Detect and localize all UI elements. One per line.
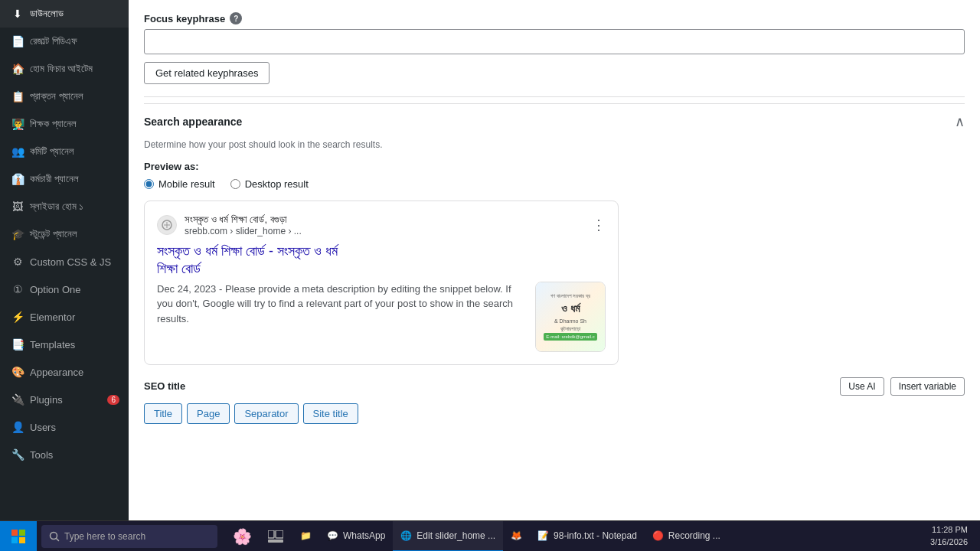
option-icon: ① [11, 283, 24, 295]
desktop-result-option[interactable]: Desktop result [230, 178, 309, 190]
focus-keyphrase-label: Focus keyphrase ? [144, 12, 965, 24]
taskbar-search[interactable]: Type here to search [41, 525, 217, 548]
committee-icon: 👥 [11, 145, 24, 158]
serp-date: Dec 24, 2023 [157, 283, 216, 295]
focus-keyphrase-input[interactable] [144, 29, 965, 54]
main-content: Focus keyphrase ? Get related keyphrases… [129, 0, 980, 520]
focus-keyphrase-section: Focus keyphrase ? Get related keyphrases [144, 12, 965, 84]
taskbar-app-firefox[interactable]: 🦊 [503, 521, 530, 552]
use-ai-button[interactable]: Use AI [840, 377, 884, 396]
sidebar-item-employee-panel[interactable]: 👔 কর্মচারী প্যানেল [0, 165, 129, 193]
appearance-icon: 🎨 [11, 366, 24, 378]
serp-site-url: srebb.com › slider_home › ... [185, 226, 302, 236]
taskbar-search-placeholder: Type here to search [64, 531, 145, 542]
home-icon: 🏠 [11, 63, 24, 75]
get-related-keyphrases-button[interactable]: Get related keyphrases [144, 62, 270, 84]
sidebar-item-label: Tools [30, 449, 53, 461]
plugins-icon: 🔌 [11, 393, 24, 406]
sidebar-item-appearance[interactable]: 🎨 Appearance [0, 358, 129, 386]
svg-rect-8 [268, 540, 283, 543]
taskbar-app-recording-label: Recording ... [668, 530, 720, 541]
sidebar-item-label: Users [30, 422, 56, 433]
sidebar-item-label: ডাউনলোড [30, 8, 64, 20]
divider [144, 96, 965, 97]
search-appearance-desc: Determine how your post should look in t… [144, 139, 965, 150]
start-button[interactable] [0, 521, 37, 552]
preview-as-section: Preview as: Mobile result Desktop result [144, 161, 965, 190]
serp-menu-icon[interactable]: ⋮ [592, 217, 606, 233]
sidebar-item-teacher-panel[interactable]: 👨‍🏫 শিক্ষক প্যানেল [0, 110, 129, 138]
taskbar-quick-icons: 🌸 [225, 521, 259, 552]
search-appearance-section: Search appearance ∧ Determine how your p… [144, 103, 965, 424]
sidebar-item-label: রেজাল্ট পিডিএফ [30, 35, 77, 47]
slider-icon: 🖼 [11, 201, 24, 213]
sidebar-item-custom-css[interactable]: ⚙ Custom CSS & JS [0, 248, 129, 276]
serp-site-row: সংস্কৃত ও ধর্ম শিক্ষা বোর্ড, বগুড়া sreb… [157, 214, 606, 236]
taskbar-icon-flowers[interactable]: 🌸 [225, 521, 259, 552]
preview-as-label: Preview as: [144, 161, 965, 172]
serp-site-info: সংস্কৃত ও ধর্ম শিক্ষা বোর্ড, বগুড়া sreb… [185, 214, 302, 236]
seo-title-header: SEO title Use AI Insert variable [144, 377, 965, 396]
teacher-icon: 👨‍🏫 [11, 118, 24, 130]
svg-rect-3 [11, 537, 18, 543]
seo-title-actions: Use AI Insert variable [840, 377, 965, 396]
serp-favicon [157, 215, 177, 235]
seo-panel: Focus keyphrase ? Get related keyphrases… [129, 0, 980, 436]
elementor-icon: ⚡ [11, 311, 24, 323]
mobile-result-option[interactable]: Mobile result [144, 178, 215, 190]
search-icon [49, 531, 60, 542]
seo-title-pill-page[interactable]: Page [187, 403, 230, 424]
search-appearance-header[interactable]: Search appearance ∧ [144, 103, 965, 139]
serp-preview: সংস্কৃত ও ধর্ম শিক্ষা বোর্ড, বগুড়া sreb… [144, 201, 619, 365]
css-icon: ⚙ [11, 256, 24, 268]
sidebar-item-label: Option One [30, 284, 81, 295]
sidebar-item-label: Custom CSS & JS [30, 256, 111, 268]
insert-variable-button[interactable]: Insert variable [890, 377, 965, 396]
sidebar-item-home-feature[interactable]: 🏠 হোম ফিচার আইটেম [0, 55, 129, 83]
sidebar-item-committee-panel[interactable]: 👥 কমিটি প্যানেল [0, 138, 129, 165]
sidebar-item-download[interactable]: ⬇ ডাউনলোড [0, 0, 129, 28]
svg-rect-7 [276, 530, 283, 538]
serp-title[interactable]: সংস্কৃত ও ধর্ম শিক্ষা বোর্ড - সংস্কৃত ও … [157, 243, 606, 279]
taskbar-app-whatsapp[interactable]: 💬 WhatsApp [319, 521, 393, 552]
taskbar-app-chrome[interactable]: 🌐 Edit slider_home ... [393, 521, 503, 552]
sidebar-item-templates[interactable]: 📑 Templates [0, 331, 129, 358]
sidebar-item-elementor[interactable]: ⚡ Elementor [0, 303, 129, 331]
seo-title-pill-title[interactable]: Title [144, 403, 182, 424]
serp-meta: Dec 24, 2023 - Please provide a meta des… [157, 282, 606, 352]
download-icon: ⬇ [11, 8, 24, 20]
taskbar-app-file-explorer[interactable]: 📁 [292, 521, 319, 552]
student-icon: 🎓 [11, 228, 24, 240]
seo-title-label: SEO title [144, 380, 185, 392]
sidebar-item-result-pdf[interactable]: 📄 রেজাল্ট পিডিএফ [0, 28, 129, 55]
taskbar-app-notepad-label: 98-info.txt - Notepad [554, 530, 637, 541]
mobile-result-radio[interactable] [144, 179, 154, 189]
taskbar-right: 11:28 PM 3/16/2026 [924, 524, 980, 548]
sidebar-item-student-panel[interactable]: 🎓 স্টুডেন্ট প্যানেল [0, 220, 129, 248]
sidebar-item-old-panel[interactable]: 📋 প্রাক্তন প্যানেল [0, 83, 129, 110]
taskbar: Type here to search 🌸 📁 💬 WhatsApp 🌐 Edi… [0, 520, 980, 551]
sidebar-item-label: Appearance [30, 367, 83, 378]
sidebar-item-option-one[interactable]: ① Option One [0, 276, 129, 303]
serp-site-name: সংস্কৃত ও ধর্ম শিক্ষা বোর্ড, বগুড়া [185, 214, 302, 226]
serp-image-content: গণ বাংলাদেশ সরকার ব্র ও ধর্ম & Dharmo Sh… [536, 282, 605, 351]
search-appearance-title: Search appearance [144, 116, 242, 128]
seo-title-pill-site-title[interactable]: Site title [303, 403, 358, 424]
seo-title-pill-separator[interactable]: Separator [234, 403, 298, 424]
taskbar-app-notepad[interactable]: 📝 98-info.txt - Notepad [530, 521, 645, 552]
svg-rect-6 [268, 530, 274, 538]
sidebar-item-label: Elementor [30, 311, 75, 323]
sidebar-item-slider-home[interactable]: 🖼 স্লাইডার হোম ১ [0, 193, 129, 220]
desktop-result-radio[interactable] [230, 179, 240, 189]
sidebar-item-users[interactable]: 👤 Users [0, 413, 129, 441]
taskbar-icon-task-view[interactable] [259, 521, 292, 552]
help-icon[interactable]: ? [230, 12, 242, 24]
svg-rect-4 [19, 537, 25, 543]
sidebar-item-tools[interactable]: 🔧 Tools [0, 441, 129, 468]
taskbar-app-recording[interactable]: 🔴 Recording ... [645, 521, 728, 552]
sidebar-item-label: হোম ফিচার আইটেম [30, 63, 93, 75]
sidebar-item-plugins[interactable]: 🔌 Plugins 6 [0, 386, 129, 413]
sidebar-item-label: কমিটি প্যানেল [30, 145, 74, 158]
employee-icon: 👔 [11, 173, 24, 185]
taskbar-time: 11:28 PM 3/16/2026 [924, 524, 974, 548]
